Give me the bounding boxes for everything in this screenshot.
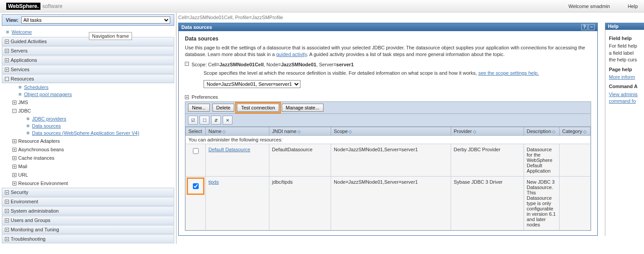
plus-icon: [5, 209, 9, 213]
minus-icon: [5, 77, 9, 81]
field-help-heading: Field help: [609, 35, 640, 42]
plus-icon: [5, 228, 9, 232]
scope-settings-help-link[interactable]: see the scope settings help.: [478, 70, 539, 76]
select-all-icon[interactable]: ☑: [188, 116, 198, 125]
nav-url[interactable]: URL: [10, 171, 174, 179]
nav-servers[interactable]: Servers: [2, 46, 174, 55]
logo: WebSphere. software: [6, 3, 63, 10]
content-area: Cell=JazzSMNode01Cell, Profile=JazzSMPro…: [176, 12, 644, 244]
bullet-icon: [6, 31, 9, 33]
bullet-icon: [27, 125, 29, 127]
scope-select[interactable]: Node=JazzSMNode01, Server=server1: [204, 80, 300, 88]
view-select[interactable]: All tasks: [21, 16, 170, 24]
col-provider[interactable]: Provider◇: [451, 127, 524, 136]
scope-description: Scope specifies the level at which the r…: [204, 70, 591, 77]
bullet-icon: [19, 93, 21, 96]
col-scope[interactable]: Scope◇: [331, 127, 451, 136]
col-jndi[interactable]: JNDI name◇: [269, 127, 331, 136]
nav-environment[interactable]: Environment: [2, 197, 174, 206]
nav-schedulers[interactable]: Schedulers: [8, 84, 176, 91]
data-sources-portlet: Data sources ? – Data sources Use this p…: [178, 23, 598, 236]
new-button[interactable]: New...: [188, 104, 210, 112]
manage-state-button[interactable]: Manage state...: [282, 104, 324, 112]
plus-icon: [185, 95, 189, 99]
navigation-frame-tooltip: Navigation frame: [89, 32, 132, 40]
test-connection-button[interactable]: Test connection: [237, 104, 279, 112]
plus-icon: [5, 218, 9, 222]
plus-icon: [5, 68, 9, 72]
logo-main: WebSphere.: [6, 3, 40, 10]
nav-jms[interactable]: JMS: [10, 98, 174, 106]
nav-object-pool-managers[interactable]: Object pool managers: [8, 91, 176, 98]
scope-line: Scope: Cell=JazzSMNode01Cell, Node=JazzS…: [185, 62, 591, 67]
breadcrumb: Cell=JazzSMNode01Cell, Profile=JazzSMPro…: [176, 14, 644, 23]
col-category[interactable]: Category◇: [560, 127, 591, 136]
minimize-icon[interactable]: –: [588, 24, 595, 30]
command-assist-heading: Command A: [609, 83, 640, 90]
nav-cache-instances[interactable]: Cache instances: [10, 154, 174, 162]
minus-icon[interactable]: [185, 62, 189, 66]
bullet-icon: [27, 132, 29, 134]
nav-resource-environment[interactable]: Resource Environment: [10, 179, 174, 187]
plus-icon: [12, 173, 16, 177]
help-link[interactable]: Help: [628, 4, 638, 9]
table-row: Default Datasource DefaultDatasource Nod…: [186, 144, 591, 177]
plus-icon: [12, 101, 16, 105]
datasource-link[interactable]: Default Datasource: [208, 147, 250, 152]
table-row: tipds jdbc/tipds Node=JazzSMNode01,Serve…: [186, 177, 591, 230]
help-panel: Help Field help For field help a field l…: [605, 23, 644, 236]
admin-note: You can administer the following resourc…: [186, 136, 591, 144]
button-bar: New... Delete Test connection Manage sta…: [185, 102, 591, 114]
guided-activity-link[interactable]: guided activity: [276, 52, 307, 57]
nav-services[interactable]: Services: [2, 65, 174, 74]
nav-jdbc[interactable]: JDBC: [10, 107, 174, 115]
nav-security[interactable]: Security: [2, 188, 174, 197]
nav-data-sources[interactable]: Data sources: [16, 122, 176, 129]
nav-resources[interactable]: Resources: [2, 74, 174, 83]
plus-icon: [5, 40, 9, 44]
delete-button[interactable]: Delete: [212, 104, 235, 112]
plus-icon: [5, 58, 9, 62]
nav-monitoring-tuning[interactable]: Monitoring and Tuning: [2, 225, 174, 234]
help-icon[interactable]: ?: [581, 24, 588, 30]
plus-icon: [5, 190, 9, 194]
welcome-link[interactable]: Welcome: [12, 29, 32, 35]
plus-icon: [12, 165, 16, 169]
more-info-link[interactable]: More inform: [609, 74, 635, 80]
deselect-all-icon[interactable]: ☐: [200, 116, 209, 125]
nav-data-sources-v4[interactable]: Data sources (WebSphere Application Serv…: [16, 129, 176, 137]
top-bar: WebSphere. software Welcome smadmin Help: [0, 0, 644, 12]
plus-icon: [12, 181, 16, 185]
portlet-header: Data sources ? –: [179, 23, 597, 31]
nav-mail[interactable]: Mail: [10, 162, 174, 170]
view-label: View:: [6, 17, 19, 23]
preferences-row[interactable]: Preferences: [185, 94, 591, 100]
filter-icon[interactable]: ⇵: [211, 116, 221, 125]
clear-filter-icon[interactable]: ✕: [223, 116, 232, 125]
col-description[interactable]: Description◇: [524, 127, 560, 136]
welcome-user: Welcome smadmin: [568, 4, 610, 9]
nav-jdbc-providers[interactable]: JDBC providers: [16, 115, 176, 122]
nav-system-administration[interactable]: System administration: [2, 206, 174, 215]
portlet-title: Data sources: [181, 24, 212, 30]
nav-guided-activities[interactable]: Guided Activities: [2, 37, 174, 46]
row-checkbox[interactable]: [193, 183, 199, 189]
page-help-heading: Page help: [609, 66, 640, 73]
view-selector-row: View: All tasks: [2, 14, 174, 26]
welcome-link-row[interactable]: Welcome: [0, 28, 176, 36]
col-name[interactable]: Name◇: [206, 127, 269, 136]
nav-applications[interactable]: Applications: [2, 56, 174, 65]
plus-icon: [12, 139, 16, 143]
row-checkbox[interactable]: [193, 148, 199, 154]
nav-users-groups[interactable]: Users and Groups: [2, 216, 174, 225]
nav-async-beans[interactable]: Asynchronous beans: [10, 145, 174, 153]
command-for-link[interactable]: command fo: [609, 98, 636, 104]
page-heading: Data sources: [185, 36, 591, 42]
view-admin-link[interactable]: View adminis: [609, 92, 638, 97]
nav-resource-adapters[interactable]: Resource Adapters: [10, 137, 174, 145]
scope-select-row: Node=JazzSMNode01, Server=server1: [204, 80, 591, 88]
datasource-link[interactable]: tipds: [208, 179, 219, 185]
page-description: Use this page to edit the settings of a …: [185, 44, 591, 58]
icon-bar: ☑ ☐ ⇵ ✕: [185, 114, 591, 127]
nav-troubleshooting[interactable]: Troubleshooting: [2, 234, 174, 243]
